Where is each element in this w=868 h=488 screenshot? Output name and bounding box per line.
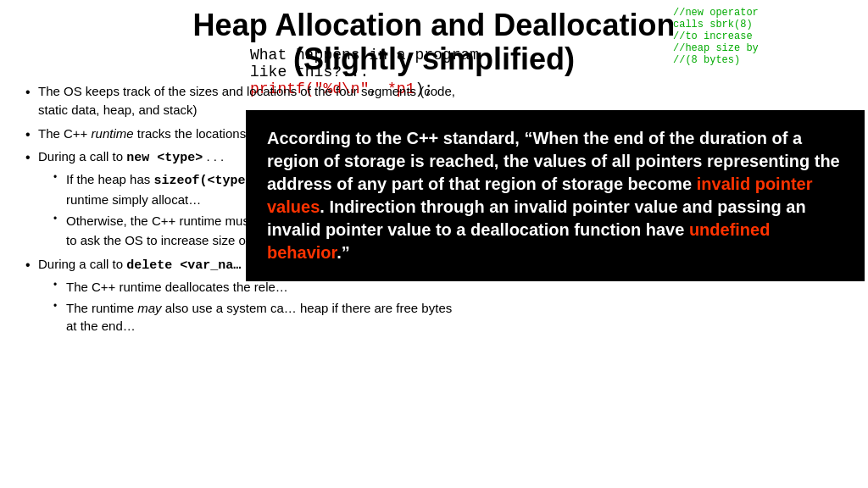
body-item-4-sub2: The runtime may also use a system ca… he… (53, 299, 458, 336)
code-snippet-line4: //heap size by (673, 42, 860, 54)
code-snippet-line1: //new operator (673, 7, 860, 19)
code-snippet-line2: calls sbrk(8) (673, 19, 860, 30)
body-item-3-text: During a call to new <type> . . . (38, 149, 224, 164)
overlay-popup: According to the C++ standard, “When the… (246, 110, 865, 281)
code-snippet-line5: //(8 bytes) (673, 54, 860, 66)
behind-code-line2: like this?... (250, 64, 479, 80)
body-item-4-text: During a call to delete <var_na… (38, 257, 241, 271)
code-snippet: //new operator calls sbrk(8) //to increa… (673, 7, 860, 66)
behind-code-line1: What happens in a program (250, 47, 479, 64)
code-snippet-line3: //to increase (673, 30, 860, 42)
overlay-text-after: .” (337, 243, 350, 262)
slide: Heap Allocation and Deallocation (Slight… (0, 0, 868, 488)
